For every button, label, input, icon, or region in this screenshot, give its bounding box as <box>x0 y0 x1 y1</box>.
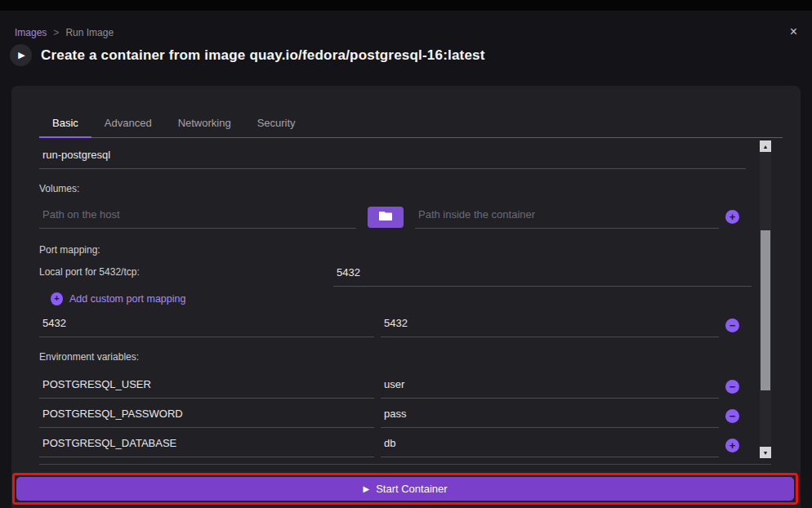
breadcrumb-current: Run Image <box>65 27 114 38</box>
annotation-highlight: ▶ Start Container <box>12 473 798 505</box>
start-container-button[interactable]: ▶ Start Container <box>16 477 794 501</box>
env-name-input-2[interactable] <box>39 432 374 457</box>
local-port-label: Local port for 5432/tcp: <box>39 266 333 287</box>
custom-port-row: − <box>39 312 739 337</box>
add-custom-port-mapping-label: Add custom port mapping <box>69 293 185 305</box>
scrollbar-thumb[interactable] <box>761 230 770 390</box>
env-row: − <box>39 403 739 428</box>
run-image-icon: ▶ <box>10 44 32 66</box>
tab-advanced[interactable]: Advanced <box>91 110 165 137</box>
form-divider <box>39 464 771 465</box>
tab-networking[interactable]: Networking <box>165 110 244 137</box>
env-row: − <box>39 373 739 399</box>
remove-env-row-button-0[interactable]: − <box>725 380 739 394</box>
breadcrumb: Images > Run Image <box>15 27 114 38</box>
tab-security[interactable]: Security <box>244 110 309 137</box>
local-port-row: Local port for 5432/tcp: <box>39 261 752 287</box>
play-icon: ▶ <box>363 484 369 493</box>
volume-host-path-input[interactable] <box>39 203 356 229</box>
form-scrollbar[interactable]: ▲ ▼ <box>760 140 771 458</box>
env-name-input-0[interactable] <box>39 373 374 399</box>
run-image-page: Images > Run Image × ▶ Create a containe… <box>0 0 812 508</box>
add-custom-port-mapping-button[interactable]: + Add custom port mapping <box>51 292 185 305</box>
browse-folder-button[interactable] <box>368 207 404 228</box>
scroll-up-icon[interactable]: ▲ <box>760 140 771 152</box>
volumes-label: Volumes: <box>39 183 79 194</box>
env-value-input-2[interactable] <box>381 432 719 457</box>
top-strip <box>0 0 812 11</box>
env-name-input-1[interactable] <box>39 403 374 428</box>
add-volume-button[interactable]: + <box>725 210 739 224</box>
breadcrumb-separator: > <box>53 27 59 38</box>
run-image-form-panel: Basic Advanced Networking Security Volum… <box>11 86 801 508</box>
custom-port-container-input[interactable] <box>381 312 719 337</box>
env-value-input-0[interactable] <box>381 373 719 399</box>
volume-row: + <box>39 203 739 229</box>
folder-icon <box>379 211 392 224</box>
local-port-input[interactable] <box>333 261 752 287</box>
scroll-down-icon[interactable]: ▼ <box>760 447 771 458</box>
close-icon[interactable]: × <box>788 24 799 40</box>
container-name-row <box>39 144 746 169</box>
tab-bar: Basic Advanced Networking Security <box>39 110 783 138</box>
custom-port-host-input[interactable] <box>39 312 374 337</box>
plus-icon: + <box>51 292 63 305</box>
env-row: + <box>39 432 739 457</box>
breadcrumb-images-link[interactable]: Images <box>15 27 47 38</box>
environment-variables-label: Environment variables: <box>39 351 139 363</box>
play-icon: ▶ <box>18 50 25 60</box>
page-title: Create a container from image quay.io/fe… <box>41 47 485 64</box>
add-env-row-button[interactable]: + <box>725 439 739 452</box>
env-value-input-1[interactable] <box>381 403 719 428</box>
container-name-input[interactable] <box>39 144 746 169</box>
remove-port-mapping-button[interactable]: − <box>725 319 739 332</box>
volume-container-path-input[interactable] <box>415 203 719 229</box>
title-row: ▶ Create a container from image quay.io/… <box>10 44 485 66</box>
tab-basic[interactable]: Basic <box>39 110 91 138</box>
port-mapping-label: Port mapping: <box>39 244 100 256</box>
remove-env-row-button-1[interactable]: − <box>725 409 739 423</box>
start-container-label: Start Container <box>376 483 447 495</box>
